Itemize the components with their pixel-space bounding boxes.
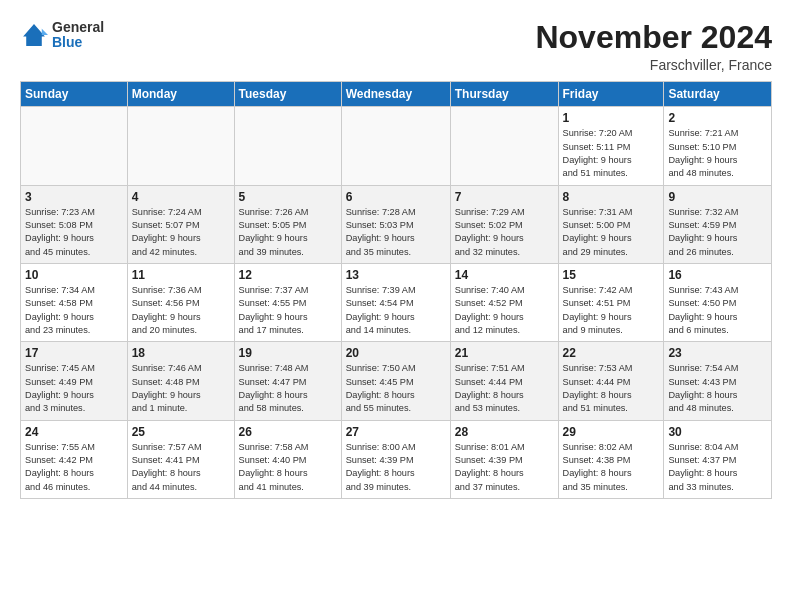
day-number: 13: [346, 268, 446, 282]
day-number: 2: [668, 111, 767, 125]
table-row: 3Sunrise: 7:23 AMSunset: 5:08 PMDaylight…: [21, 185, 128, 263]
table-row: 8Sunrise: 7:31 AMSunset: 5:00 PMDaylight…: [558, 185, 664, 263]
day-number: 16: [668, 268, 767, 282]
col-sunday: Sunday: [21, 82, 128, 107]
day-number: 15: [563, 268, 660, 282]
day-number: 5: [239, 190, 337, 204]
day-number: 11: [132, 268, 230, 282]
table-row: 10Sunrise: 7:34 AMSunset: 4:58 PMDayligh…: [21, 263, 128, 341]
table-row: 4Sunrise: 7:24 AMSunset: 5:07 PMDaylight…: [127, 185, 234, 263]
table-row: 22Sunrise: 7:53 AMSunset: 4:44 PMDayligh…: [558, 342, 664, 420]
location: Farschviller, France: [535, 57, 772, 73]
day-number: 28: [455, 425, 554, 439]
col-saturday: Saturday: [664, 82, 772, 107]
table-row: 12Sunrise: 7:37 AMSunset: 4:55 PMDayligh…: [234, 263, 341, 341]
day-info: Sunrise: 7:58 AMSunset: 4:40 PMDaylight:…: [239, 441, 337, 494]
day-info: Sunrise: 7:32 AMSunset: 4:59 PMDaylight:…: [668, 206, 767, 259]
day-info: Sunrise: 7:55 AMSunset: 4:42 PMDaylight:…: [25, 441, 123, 494]
header: General Blue November 2024 Farschviller,…: [20, 20, 772, 73]
table-row: [127, 107, 234, 185]
day-info: Sunrise: 8:00 AMSunset: 4:39 PMDaylight:…: [346, 441, 446, 494]
calendar-week-row: 10Sunrise: 7:34 AMSunset: 4:58 PMDayligh…: [21, 263, 772, 341]
table-row: 13Sunrise: 7:39 AMSunset: 4:54 PMDayligh…: [341, 263, 450, 341]
col-monday: Monday: [127, 82, 234, 107]
calendar-week-row: 1Sunrise: 7:20 AMSunset: 5:11 PMDaylight…: [21, 107, 772, 185]
day-info: Sunrise: 8:02 AMSunset: 4:38 PMDaylight:…: [563, 441, 660, 494]
table-row: 28Sunrise: 8:01 AMSunset: 4:39 PMDayligh…: [450, 420, 558, 498]
day-info: Sunrise: 7:51 AMSunset: 4:44 PMDaylight:…: [455, 362, 554, 415]
day-info: Sunrise: 8:04 AMSunset: 4:37 PMDaylight:…: [668, 441, 767, 494]
logo: General Blue: [20, 20, 104, 51]
day-number: 3: [25, 190, 123, 204]
table-row: 27Sunrise: 8:00 AMSunset: 4:39 PMDayligh…: [341, 420, 450, 498]
svg-marker-0: [23, 25, 45, 47]
day-number: 18: [132, 346, 230, 360]
table-row: 15Sunrise: 7:42 AMSunset: 4:51 PMDayligh…: [558, 263, 664, 341]
calendar-week-row: 24Sunrise: 7:55 AMSunset: 4:42 PMDayligh…: [21, 420, 772, 498]
calendar-week-row: 17Sunrise: 7:45 AMSunset: 4:49 PMDayligh…: [21, 342, 772, 420]
day-info: Sunrise: 7:48 AMSunset: 4:47 PMDaylight:…: [239, 362, 337, 415]
table-row: 5Sunrise: 7:26 AMSunset: 5:05 PMDaylight…: [234, 185, 341, 263]
table-row: [234, 107, 341, 185]
day-number: 17: [25, 346, 123, 360]
calendar-week-row: 3Sunrise: 7:23 AMSunset: 5:08 PMDaylight…: [21, 185, 772, 263]
table-row: [21, 107, 128, 185]
table-row: 11Sunrise: 7:36 AMSunset: 4:56 PMDayligh…: [127, 263, 234, 341]
table-row: 24Sunrise: 7:55 AMSunset: 4:42 PMDayligh…: [21, 420, 128, 498]
day-info: Sunrise: 7:54 AMSunset: 4:43 PMDaylight:…: [668, 362, 767, 415]
day-info: Sunrise: 7:20 AMSunset: 5:11 PMDaylight:…: [563, 127, 660, 180]
day-info: Sunrise: 7:43 AMSunset: 4:50 PMDaylight:…: [668, 284, 767, 337]
day-info: Sunrise: 7:39 AMSunset: 4:54 PMDaylight:…: [346, 284, 446, 337]
col-tuesday: Tuesday: [234, 82, 341, 107]
calendar-header-row: Sunday Monday Tuesday Wednesday Thursday…: [21, 82, 772, 107]
day-info: Sunrise: 7:45 AMSunset: 4:49 PMDaylight:…: [25, 362, 123, 415]
table-row: [450, 107, 558, 185]
table-row: 30Sunrise: 8:04 AMSunset: 4:37 PMDayligh…: [664, 420, 772, 498]
day-number: 23: [668, 346, 767, 360]
day-number: 22: [563, 346, 660, 360]
day-info: Sunrise: 7:37 AMSunset: 4:55 PMDaylight:…: [239, 284, 337, 337]
logo-general: General: [52, 20, 104, 35]
table-row: 26Sunrise: 7:58 AMSunset: 4:40 PMDayligh…: [234, 420, 341, 498]
day-number: 29: [563, 425, 660, 439]
day-number: 4: [132, 190, 230, 204]
day-number: 1: [563, 111, 660, 125]
day-info: Sunrise: 7:34 AMSunset: 4:58 PMDaylight:…: [25, 284, 123, 337]
table-row: 6Sunrise: 7:28 AMSunset: 5:03 PMDaylight…: [341, 185, 450, 263]
day-info: Sunrise: 7:29 AMSunset: 5:02 PMDaylight:…: [455, 206, 554, 259]
table-row: [341, 107, 450, 185]
table-row: 14Sunrise: 7:40 AMSunset: 4:52 PMDayligh…: [450, 263, 558, 341]
day-info: Sunrise: 7:23 AMSunset: 5:08 PMDaylight:…: [25, 206, 123, 259]
logo-text: General Blue: [52, 20, 104, 51]
day-number: 7: [455, 190, 554, 204]
table-row: 21Sunrise: 7:51 AMSunset: 4:44 PMDayligh…: [450, 342, 558, 420]
page-container: General Blue November 2024 Farschviller,…: [0, 0, 792, 509]
day-info: Sunrise: 7:31 AMSunset: 5:00 PMDaylight:…: [563, 206, 660, 259]
table-row: 23Sunrise: 7:54 AMSunset: 4:43 PMDayligh…: [664, 342, 772, 420]
table-row: 1Sunrise: 7:20 AMSunset: 5:11 PMDaylight…: [558, 107, 664, 185]
day-number: 20: [346, 346, 446, 360]
day-number: 30: [668, 425, 767, 439]
day-info: Sunrise: 7:57 AMSunset: 4:41 PMDaylight:…: [132, 441, 230, 494]
table-row: 18Sunrise: 7:46 AMSunset: 4:48 PMDayligh…: [127, 342, 234, 420]
day-info: Sunrise: 7:28 AMSunset: 5:03 PMDaylight:…: [346, 206, 446, 259]
table-row: 19Sunrise: 7:48 AMSunset: 4:47 PMDayligh…: [234, 342, 341, 420]
day-number: 9: [668, 190, 767, 204]
table-row: 9Sunrise: 7:32 AMSunset: 4:59 PMDaylight…: [664, 185, 772, 263]
day-info: Sunrise: 7:36 AMSunset: 4:56 PMDaylight:…: [132, 284, 230, 337]
table-row: 20Sunrise: 7:50 AMSunset: 4:45 PMDayligh…: [341, 342, 450, 420]
day-info: Sunrise: 7:53 AMSunset: 4:44 PMDaylight:…: [563, 362, 660, 415]
table-row: 2Sunrise: 7:21 AMSunset: 5:10 PMDaylight…: [664, 107, 772, 185]
calendar-table: Sunday Monday Tuesday Wednesday Thursday…: [20, 81, 772, 499]
month-title: November 2024: [535, 20, 772, 55]
logo-blue: Blue: [52, 35, 104, 50]
day-number: 10: [25, 268, 123, 282]
table-row: 7Sunrise: 7:29 AMSunset: 5:02 PMDaylight…: [450, 185, 558, 263]
day-info: Sunrise: 7:46 AMSunset: 4:48 PMDaylight:…: [132, 362, 230, 415]
day-info: Sunrise: 7:50 AMSunset: 4:45 PMDaylight:…: [346, 362, 446, 415]
logo-icon: [20, 21, 48, 49]
col-thursday: Thursday: [450, 82, 558, 107]
day-info: Sunrise: 7:24 AMSunset: 5:07 PMDaylight:…: [132, 206, 230, 259]
day-info: Sunrise: 7:42 AMSunset: 4:51 PMDaylight:…: [563, 284, 660, 337]
table-row: 25Sunrise: 7:57 AMSunset: 4:41 PMDayligh…: [127, 420, 234, 498]
